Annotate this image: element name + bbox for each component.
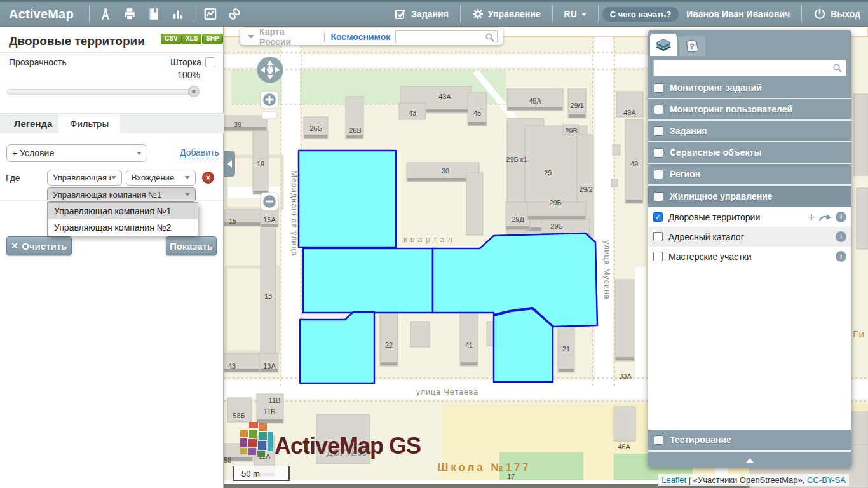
map-label: 58Б <box>233 412 245 419</box>
operator-select[interactable]: Вхождение <box>126 170 196 186</box>
share-arrow-icon[interactable] <box>818 212 832 222</box>
map-label: 49 <box>630 160 638 168</box>
layer-group-monitoring-users[interactable]: Мониторинг пользователей <box>648 99 851 121</box>
chevron-left-icon <box>227 160 232 168</box>
field-select[interactable]: Управляющая к <box>47 170 122 186</box>
zoom-slider[interactable] <box>262 112 277 119</box>
language-selector[interactable]: RU <box>557 9 594 19</box>
layers-search-input[interactable] <box>653 60 846 76</box>
topbar-separator <box>801 6 802 22</box>
layer-checkbox[interactable] <box>653 252 663 261</box>
map-building-shadow <box>528 216 585 219</box>
layer-row-address-catalog[interactable]: Адресный каталог i <box>648 227 851 247</box>
tab-legend[interactable]: Легенда <box>3 114 64 134</box>
dropdown-option[interactable]: Управляющая компания №1 <box>48 203 198 219</box>
territory-polygon[interactable] <box>299 151 396 247</box>
logout-button[interactable]: Выход <box>806 8 868 20</box>
group-checkbox[interactable] <box>654 435 663 445</box>
group-checkbox[interactable] <box>654 126 663 136</box>
attribution-separator: | <box>689 475 691 485</box>
territory-polygon[interactable] <box>303 248 433 313</box>
add-object-icon[interactable]: + <box>805 212 818 223</box>
license-link[interactable]: CC-BY-SA <box>807 475 846 485</box>
map-label: 30 <box>442 167 449 175</box>
map-label: 11Б <box>264 408 276 416</box>
zoom-in-button[interactable] <box>261 91 278 109</box>
measure-icon[interactable] <box>93 2 118 26</box>
group-checkbox[interactable] <box>654 170 663 179</box>
export-xls-button[interactable]: XLS <box>182 34 201 44</box>
delete-condition-button[interactable]: × <box>202 172 214 184</box>
collapse-left-panel-button[interactable] <box>224 151 235 177</box>
opacity-slider-handle[interactable] <box>188 86 200 97</box>
monitoring-icon[interactable] <box>198 2 222 26</box>
logo-mosaic-cell <box>248 448 256 455</box>
group-checkbox[interactable] <box>654 105 663 114</box>
divider <box>0 200 223 201</box>
territory-polygon[interactable] <box>494 309 553 382</box>
map-building-shadow <box>461 362 477 365</box>
opacity-slider[interactable] <box>6 89 198 95</box>
opacity-value: 100% <box>177 70 200 80</box>
getting-started-button[interactable]: С чего начать? <box>602 7 679 22</box>
layer-checkbox[interactable] <box>653 232 663 241</box>
territory-polygon[interactable] <box>300 312 374 383</box>
group-checkbox[interactable] <box>654 83 663 93</box>
top-bar: ActiveMap Задания Управление RU С чег <box>0 0 868 27</box>
info-icon[interactable]: i <box>836 212 846 222</box>
management-menu-item[interactable]: Управление <box>465 8 548 20</box>
map-building-shadow <box>468 122 486 125</box>
leaflet-link[interactable]: Leaflet <box>661 475 686 485</box>
logo-mosaic-cell <box>248 439 257 447</box>
app-logo[interactable]: ActiveMap <box>0 7 85 22</box>
shutter-checkbox[interactable] <box>205 57 215 67</box>
layer-group-testing[interactable]: Тестирование <box>648 430 851 451</box>
export-csv-button[interactable]: CSV <box>161 34 182 44</box>
map-building <box>466 173 483 235</box>
export-shp-button[interactable]: SHP <box>202 34 223 44</box>
layer-group-tasks[interactable]: Задания <box>648 121 851 142</box>
road <box>635 267 646 381</box>
layer-row-workshop-areas[interactable]: Мастерские участки i <box>648 247 851 266</box>
close-icon: × <box>206 173 211 182</box>
map-label: 11В <box>269 396 281 404</box>
layer-group-service-objects[interactable]: Сервисные объекты <box>648 142 851 164</box>
dropdown-option[interactable]: Управляющая компания №2 <box>48 219 198 236</box>
where-label: Где <box>6 173 20 183</box>
map-label: 29 <box>544 169 552 177</box>
tab-layers[interactable] <box>650 34 677 56</box>
clear-cross-icon: × <box>11 241 18 250</box>
condition-select[interactable]: + Условие <box>6 144 147 162</box>
add-condition-link[interactable]: Добавить <box>180 147 219 158</box>
layer-row-yard-territories[interactable]: ✓ Дворовые территории + i <box>648 207 851 227</box>
stats-icon[interactable] <box>166 2 190 26</box>
tab-map-legend[interactable]: ? <box>679 36 705 56</box>
link-icon[interactable] <box>222 2 247 26</box>
show-button[interactable]: Показать <box>166 236 217 255</box>
pan-control[interactable] <box>257 57 283 83</box>
layer-group-monitoring-tasks[interactable]: Мониторинг заданий <box>648 78 851 99</box>
info-icon[interactable]: i <box>836 251 846 262</box>
group-checkbox[interactable] <box>654 148 663 158</box>
layer-group-housing[interactable]: Жилищное управление <box>648 186 851 207</box>
group-checkbox[interactable] <box>654 192 663 201</box>
map-search-input[interactable] <box>395 30 498 43</box>
zoom-out-button[interactable] <box>261 193 278 210</box>
collapse-panel-button[interactable] <box>648 451 851 468</box>
basemap-option-satellite[interactable]: Космоснимок <box>330 32 390 42</box>
logo-mosaic-cell <box>240 448 247 454</box>
basemap-divider: | <box>323 32 326 42</box>
chevron-down-icon[interactable] <box>248 35 254 39</box>
filters-tab-content: + Условие Добавить Где Управляющая к Вхо… <box>0 133 223 488</box>
reference-icon[interactable] <box>142 2 166 26</box>
map-search <box>395 30 498 43</box>
layer-group-region[interactable]: Регион <box>648 164 851 186</box>
tasks-menu-item[interactable]: Задания <box>387 8 456 20</box>
layer-checkbox-checked[interactable]: ✓ <box>653 212 663 222</box>
basemap-option-russia[interactable]: Карта России <box>259 27 318 47</box>
print-icon[interactable] <box>118 2 142 26</box>
user-name: Иванов Иван Иванович <box>679 9 797 19</box>
clear-button[interactable]: × Очистить <box>6 236 72 255</box>
info-icon[interactable]: i <box>836 231 846 242</box>
tab-filters[interactable]: Фильтры <box>58 114 120 135</box>
